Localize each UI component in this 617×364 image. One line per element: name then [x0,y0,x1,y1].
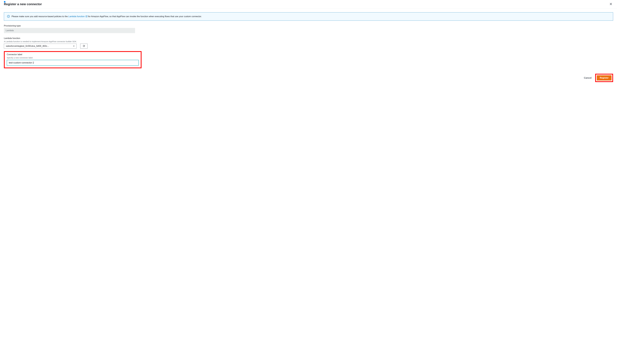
provisioning-type-group: Provisioning type Lambda [4,25,613,33]
info-text-post: for Amazon AppFlow, so that AppFlow can … [87,15,202,18]
register-button-highlight: Register [595,74,613,82]
link-text: Lambda function [68,15,85,18]
close-button[interactable]: ✕ [609,2,613,6]
refresh-icon [83,45,85,48]
connector-label-hint: Specify a new connector label. [7,57,139,59]
cancel-button[interactable]: Cancel [584,77,591,79]
close-icon: ✕ [609,2,612,6]
connector-label-label: Connector label [7,53,139,56]
lambda-function-group: Lambda function A Lambda function is nee… [4,37,613,49]
info-text-pre: Please make sure you add resource-based … [12,15,68,18]
register-connector-modal: Register a new connector ✕ i Please make… [0,0,617,85]
info-icon: i [7,15,10,18]
info-text: Please make sure you add resource-based … [12,15,202,18]
modal-body: i Please make sure you add resource-base… [0,8,617,72]
refresh-button[interactable] [80,44,88,49]
lambda-function-link[interactable]: Lambda function [68,15,87,18]
lambda-function-hint: A Lambda function is needed to implement… [4,40,613,43]
external-link-icon [86,15,87,17]
connector-label-highlight: Connector label Specify a new connector … [4,51,142,68]
provisioning-type-label: Provisioning type [4,25,613,27]
chevron-down-icon: ▼ [73,45,75,47]
modal-footer: Cancel Register [0,72,617,85]
connector-label-input[interactable] [7,60,139,66]
lambda-function-select[interactable]: salesforceintegtest_0c591dca_6d59_463c..… [4,44,77,49]
modal-header: Register a new connector ✕ [0,0,617,8]
decorative-dot [4,1,5,3]
lambda-function-label: Lambda function [4,37,613,39]
modal-title: Register a new connector [4,2,42,6]
info-alert: i Please make sure you add resource-base… [4,12,613,21]
lambda-select-row: salesforceintegtest_0c591dca_6d59_463c..… [4,44,613,49]
provisioning-type-value: Lambda [4,28,135,33]
lambda-selected-value: salesforceintegtest_0c591dca_6d59_463c..… [6,45,49,47]
register-button[interactable]: Register [597,75,612,80]
